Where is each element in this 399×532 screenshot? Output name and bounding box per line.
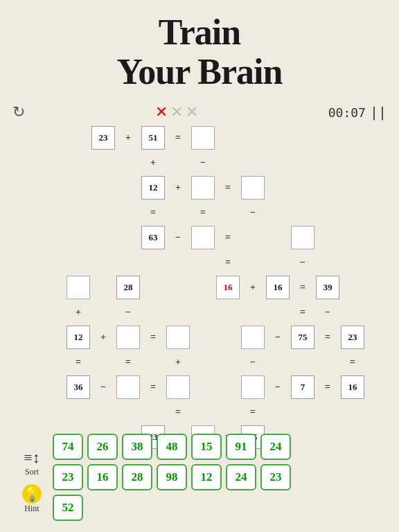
cell-r8c2[interactable] <box>116 326 140 349</box>
tile-26[interactable]: 26 <box>87 434 118 460</box>
tile-row-2: 23 16 28 98 12 24 23 <box>53 464 388 490</box>
hint-button[interactable]: 💡 Hint <box>22 484 42 514</box>
cell-r11c4: = <box>166 400 190 424</box>
sort-hint-controls: ≡↕ Sort 💡 Hint <box>22 449 42 514</box>
page-title: Train Your Brain <box>0 12 399 91</box>
cell-r8c11: 23 <box>341 326 364 349</box>
cell-r8c4[interactable] <box>166 326 190 349</box>
cell-r10c4[interactable] <box>166 375 190 399</box>
cell-r0c2: + <box>116 126 140 150</box>
tile-52[interactable]: 52 <box>53 495 83 521</box>
cell-r10c9: 7 <box>291 375 314 399</box>
cell-r5c9: − <box>291 251 314 274</box>
cell-r9c0: = <box>66 351 90 374</box>
cell-r0c5[interactable] <box>191 126 215 150</box>
tile-24b[interactable]: 24 <box>226 464 256 490</box>
cell-r6c2: 28 <box>116 276 140 299</box>
cell-r10c8: − <box>266 375 290 399</box>
tile-98[interactable]: 98 <box>157 464 187 490</box>
tile-16[interactable]: 16 <box>87 464 118 490</box>
cell-r7c9: = <box>291 301 314 324</box>
cell-r10c10: = <box>316 375 339 399</box>
lives-indicator: ✕ ✕ ✕ <box>155 103 198 121</box>
cell-r3c5: = <box>191 201 215 224</box>
cell-r5c6: = <box>216 251 240 274</box>
cell-r2c4: + <box>166 176 190 200</box>
cell-r3c7: − <box>241 201 265 224</box>
refresh-icon[interactable]: ↻ <box>12 103 25 121</box>
tile-48[interactable]: 48 <box>157 434 187 460</box>
cell-r8c1: + <box>91 326 115 349</box>
cell-r8c3: = <box>141 326 165 349</box>
cell-r4c6: = <box>216 226 240 249</box>
cell-r6c6-answer[interactable]: 16 <box>216 276 240 299</box>
cell-r9c7: − <box>241 351 265 374</box>
cell-r10c0: 36 <box>66 375 90 399</box>
cell-r2c5[interactable] <box>191 176 215 200</box>
cell-r11c7: = <box>241 400 265 424</box>
life-3: ✕ <box>186 103 198 121</box>
cell-r6c10: 39 <box>316 276 339 299</box>
cell-r0c1: 23 <box>91 126 115 150</box>
cell-r10c3: = <box>141 375 165 399</box>
title-area: Train Your Brain <box>0 0 399 98</box>
lightbulb-icon: 💡 <box>22 484 42 504</box>
cell-r8c0: 12 <box>66 326 90 349</box>
cell-r8c8: − <box>266 326 290 349</box>
tile-23b[interactable]: 23 <box>260 464 291 490</box>
bottom-area: ≡↕ Sort 💡 Hint 74 26 38 48 15 91 24 23 1… <box>0 434 399 525</box>
cell-r4c5[interactable] <box>191 226 215 249</box>
cell-r7c0: + <box>66 301 90 324</box>
sort-button[interactable]: ≡↕ Sort <box>24 449 39 477</box>
cell-r7c10: − <box>316 301 339 324</box>
cell-r1c5: − <box>191 151 215 175</box>
cell-r8c9: 75 <box>291 326 314 349</box>
tile-28[interactable]: 28 <box>122 464 152 490</box>
tile-23a[interactable]: 23 <box>53 464 83 490</box>
cell-r3c3: = <box>141 201 165 224</box>
cell-r7c2: − <box>116 301 140 324</box>
hint-label: Hint <box>24 504 39 514</box>
tile-74[interactable]: 74 <box>53 434 83 460</box>
cell-r2c3: 12 <box>141 176 165 200</box>
cell-r10c1: − <box>91 375 115 399</box>
sort-label: Sort <box>25 467 39 477</box>
cell-r6c0[interactable] <box>66 276 90 299</box>
cell-r0c3: 51 <box>141 126 165 150</box>
cell-r0c4: = <box>166 126 190 150</box>
pause-button[interactable]: || <box>370 104 387 121</box>
cell-r4c4: − <box>166 226 190 249</box>
life-1: ✕ <box>155 103 168 121</box>
cell-r8c7[interactable] <box>241 326 265 349</box>
tile-row-3: 52 <box>53 495 388 521</box>
top-bar: ↻ ✕ ✕ ✕ 00:07 || <box>0 98 399 126</box>
tile-15[interactable]: 15 <box>191 434 222 460</box>
tile-38[interactable]: 38 <box>122 434 152 460</box>
cell-r9c11: = <box>341 351 364 374</box>
cell-r4c9[interactable] <box>291 226 314 249</box>
cell-r9c4: + <box>166 351 190 374</box>
cell-r6c9: = <box>291 276 314 299</box>
cell-r6c7: + <box>241 276 265 299</box>
tile-24a[interactable]: 24 <box>260 434 291 460</box>
sort-icon: ≡↕ <box>24 449 39 467</box>
cell-r9c2: = <box>116 351 140 374</box>
timer-display: 00:07 <box>328 105 366 120</box>
cell-r10c11: 16 <box>341 375 364 399</box>
cell-r10c7[interactable] <box>241 375 265 399</box>
cell-r6c8: 16 <box>266 276 290 299</box>
tile-91[interactable]: 91 <box>226 434 256 460</box>
cell-r1c3: + <box>141 151 165 175</box>
tile-12[interactable]: 12 <box>191 464 222 490</box>
cell-r4c3: 63 <box>141 226 165 249</box>
cell-r2c6: = <box>216 176 240 200</box>
cell-r2c7[interactable] <box>241 176 265 200</box>
timer-area: 00:07 || <box>328 104 387 121</box>
life-2: ✕ <box>170 103 183 121</box>
tile-row-1: 74 26 38 48 15 91 24 <box>53 434 388 460</box>
cell-r10c2[interactable] <box>116 375 140 399</box>
cell-r8c10: = <box>316 326 339 349</box>
